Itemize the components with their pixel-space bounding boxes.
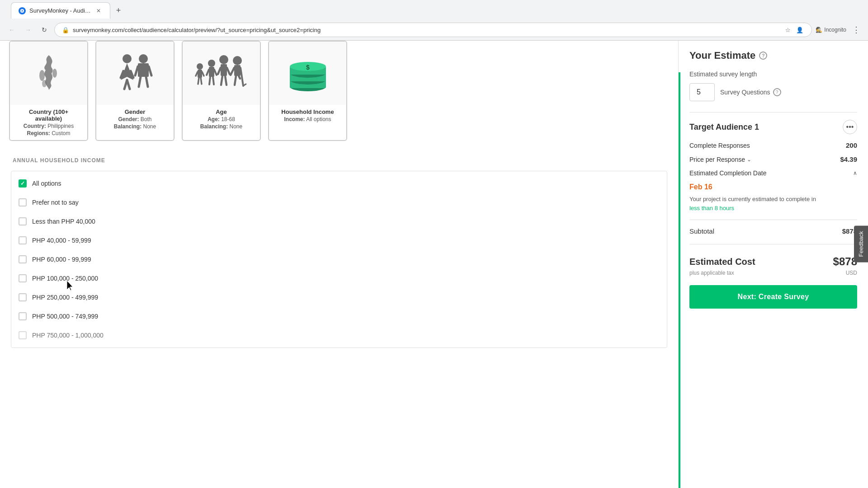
tab-bar: SurveyMonkey - Audience Prev... ✕ +: [0, 0, 868, 21]
completion-chevron-up-icon[interactable]: ∧: [853, 170, 857, 176]
price-per-response-text: Price per Response: [689, 156, 745, 163]
svg-rect-23: [209, 67, 214, 77]
back-button[interactable]: ←: [5, 23, 18, 36]
checkmark-all: ✓: [20, 180, 25, 187]
svg-line-33: [225, 76, 226, 85]
checkbox-250k-499k[interactable]: [19, 293, 27, 301]
target-audience-title: Target Audience 1: [689, 122, 759, 132]
estimated-cost-label: Estimated Cost: [689, 257, 755, 267]
incognito-icon: 🕵: [816, 27, 822, 33]
income-option-750k-1m-label: PHP 750,000 - 1,000,000: [32, 332, 104, 339]
checkbox-less40k[interactable]: [19, 217, 27, 225]
refresh-button[interactable]: ↻: [38, 23, 51, 36]
estimate-help-icon[interactable]: ?: [759, 52, 767, 60]
checkbox-750k-1m[interactable]: [19, 331, 27, 339]
target-audience-header: Target Audience 1 •••: [689, 120, 857, 134]
complete-responses-row: Complete Responses 200: [689, 141, 857, 149]
gender-icons: [117, 51, 153, 96]
svg-line-25: [214, 70, 217, 75]
income-option-100k-250k[interactable]: PHP 100,000 - 250,000: [11, 270, 667, 287]
price-chevron-down-icon[interactable]: ⌄: [747, 156, 751, 163]
income-option-500k-749k-label: PHP 500,000 - 749,999: [32, 313, 98, 320]
incognito-badge: 🕵 Incognito: [816, 27, 846, 33]
svg-line-21: [201, 78, 202, 84]
svg-line-36: [231, 68, 234, 75]
lock-icon: 🔒: [62, 27, 69, 33]
income-option-40k-59k[interactable]: PHP 40,000 - 59,999: [11, 232, 667, 249]
svg-line-20: [198, 78, 199, 84]
completion-time-highlight: less than 8 hours: [689, 205, 734, 211]
gender-card-label: Gender Gender: Both Balancing: None: [96, 105, 174, 133]
survey-questions-label: Survey Questions ?: [720, 88, 781, 96]
estimated-completion-row: Estimated Completion Date ∧: [689, 169, 857, 177]
price-per-response-row: Price per Response ⌄ $4.39: [689, 155, 857, 163]
svg-rect-29: [221, 64, 227, 76]
income-option-prefer-not[interactable]: Prefer not to say: [11, 194, 667, 211]
age-icons: [194, 51, 249, 96]
checkbox-500k-749k[interactable]: [19, 312, 27, 320]
income-option-all[interactable]: ✓ All options: [11, 175, 667, 192]
feedback-label: Feedback: [858, 231, 864, 257]
svg-point-2: [52, 69, 57, 78]
survey-questions-input[interactable]: 5: [689, 83, 715, 101]
completion-desc-prefix: Your project is currently estimated to c…: [689, 196, 816, 202]
svg-line-24: [207, 70, 209, 75]
income-option-250k-499k[interactable]: PHP 250,000 - 499,999: [11, 289, 667, 306]
household-income-card[interactable]: $ Household Income Income: All options: [268, 41, 347, 141]
income-option-60k-99k[interactable]: PHP 60,000 - 99,999: [11, 251, 667, 268]
household-income-card-label: Household Income Income: All options: [269, 105, 346, 126]
url-input[interactable]: surveymonkey.com/collect/audience/calcul…: [73, 27, 780, 33]
feedback-tab[interactable]: Feedback: [854, 225, 868, 262]
survey-length-label: Estimated survey length: [689, 70, 857, 78]
svg-line-15: [146, 77, 148, 87]
svg-point-4: [123, 54, 132, 63]
your-estimate-section: Your Estimate ?: [689, 50, 857, 61]
address-icons: ☆ 👤: [783, 25, 804, 34]
create-survey-button[interactable]: Next: Create Survey: [689, 285, 857, 309]
income-option-less40k[interactable]: Less than PHP 40,000: [11, 213, 667, 230]
svg-line-9: [127, 80, 130, 89]
age-card[interactable]: Age Age: 18-68 Balancing: None: [182, 41, 261, 141]
country-card-label: Country (100+ available) Country: Philip…: [10, 105, 87, 140]
survey-questions-help-icon[interactable]: ?: [773, 88, 781, 96]
svg-line-40: [239, 76, 240, 79]
tax-label: plus applicable tax: [689, 270, 734, 276]
svg-point-10: [139, 54, 148, 63]
active-tab[interactable]: SurveyMonkey - Audience Prev... ✕: [11, 2, 110, 19]
checkbox-100k-250k[interactable]: [19, 274, 27, 282]
checkbox-all[interactable]: ✓: [19, 179, 27, 188]
gender-card-icon: [96, 42, 174, 105]
main-content: Country (100+ available) Country: Philip…: [0, 41, 868, 488]
tab-close-button[interactable]: ✕: [94, 7, 103, 15]
svg-line-26: [209, 77, 210, 84]
price-per-response-label: Price per Response ⌄: [689, 156, 751, 163]
your-estimate-title: Your Estimate: [689, 50, 755, 61]
profile-icon[interactable]: 👤: [795, 25, 804, 34]
income-option-prefer-not-label: Prefer not to say: [32, 199, 79, 206]
forward-button[interactable]: →: [22, 23, 34, 36]
income-option-500k-749k[interactable]: PHP 500,000 - 749,999: [11, 308, 667, 325]
completion-description: Your project is currently estimated to c…: [689, 195, 857, 212]
income-option-40k-59k-label: PHP 40,000 - 59,999: [32, 237, 91, 244]
income-option-750k-1m[interactable]: PHP 750,000 - 1,000,000: [11, 327, 667, 344]
svg-line-12: [135, 66, 138, 75]
checkbox-prefer-not[interactable]: [19, 198, 27, 206]
bookmark-icon[interactable]: ☆: [783, 25, 793, 34]
browser-chrome: SurveyMonkey - Audience Prev... ✕ + ← → …: [0, 0, 868, 41]
svg-line-39: [235, 76, 236, 85]
checkbox-40k-59k[interactable]: [19, 236, 27, 244]
svg-text:$: $: [306, 64, 310, 71]
tax-row: plus applicable tax USD: [689, 270, 857, 276]
complete-responses-label: Complete Responses: [689, 142, 750, 149]
checkbox-60k-99k[interactable]: [19, 255, 27, 263]
country-card[interactable]: Country (100+ available) Country: Philip…: [9, 41, 88, 141]
income-option-250k-499k-label: PHP 250,000 - 499,999: [32, 294, 98, 301]
new-tab-button[interactable]: +: [112, 4, 125, 17]
address-bar[interactable]: 🔒 surveymonkey.com/collect/audience/calc…: [54, 23, 812, 37]
svg-line-13: [149, 66, 151, 75]
gender-card[interactable]: Gender Gender: Both Balancing: None: [95, 41, 175, 141]
subtotal-row: Subtotal $878: [689, 227, 857, 235]
browser-menu-button[interactable]: ⋮: [850, 23, 863, 36]
more-options-button[interactable]: •••: [843, 120, 857, 134]
income-option-all-label: All options: [32, 180, 61, 187]
